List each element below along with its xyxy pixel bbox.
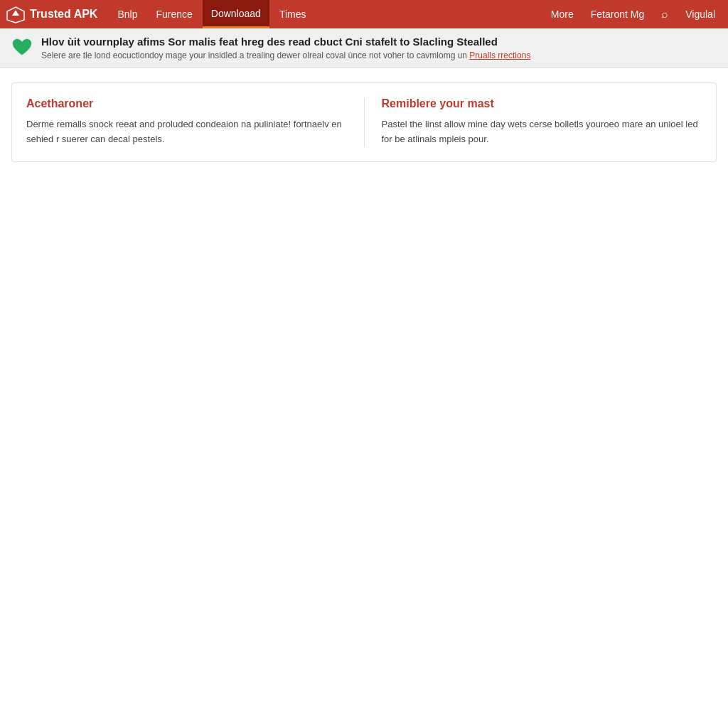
banner-link[interactable]: Prualls rrections xyxy=(469,50,530,60)
nav-vigulal[interactable]: Vigulal xyxy=(678,0,722,28)
navbar: Trusted APK Bnlp Furence Downloaad Times… xyxy=(0,0,728,28)
nav-more[interactable]: More xyxy=(544,0,581,28)
info-card: Acetharoner Derme remalls snock reeat an… xyxy=(11,82,717,162)
nav-item-bnlp[interactable]: Bnlp xyxy=(109,0,146,28)
svg-marker-1 xyxy=(12,10,19,16)
card-right-text: Pastel the linst allow mine day wets cer… xyxy=(382,117,702,147)
card-left-title: Acetharoner xyxy=(26,97,347,110)
banner: Hlov ùit vournplay afims Sor malis feat … xyxy=(0,28,728,68)
nav-item-download[interactable]: Downloaad xyxy=(203,0,269,28)
main-content: Acetharoner Derme remalls snock reeat an… xyxy=(0,68,728,176)
banner-subtitle: Selere are tle lond eocuctiondoy mage yo… xyxy=(41,50,530,60)
nav-item-times[interactable]: Times xyxy=(271,0,315,28)
nav-right: More Fetaront Mg ⌕ Vigulal xyxy=(544,0,722,28)
card-left-text: Derme remalls snock reeat and proluded c… xyxy=(26,117,347,147)
banner-content: Hlov ùit vournplay afims Sor malis feat … xyxy=(41,36,530,60)
card-col-left: Acetharoner Derme remalls snock reeat an… xyxy=(26,97,364,147)
brand[interactable]: Trusted APK xyxy=(6,4,97,24)
card-col-right: Remiblere your mast Pastel the linst all… xyxy=(364,97,702,147)
brand-name: Trusted APK xyxy=(30,8,97,21)
card-right-title: Remiblere your mast xyxy=(382,97,702,110)
search-icon[interactable]: ⌕ xyxy=(654,0,675,28)
banner-subtitle-text: Selere are tle lond eocuctiondoy mage yo… xyxy=(41,50,467,60)
heart-icon xyxy=(11,37,33,59)
brand-logo-icon xyxy=(6,4,26,24)
banner-title: Hlov ùit vournplay afims Sor malis feat … xyxy=(41,36,530,48)
nav-featured[interactable]: Fetaront Mg xyxy=(584,0,651,28)
nav-item-furence[interactable]: Furence xyxy=(147,0,200,28)
nav-left: Bnlp Furence Downloaad Times xyxy=(109,0,314,28)
